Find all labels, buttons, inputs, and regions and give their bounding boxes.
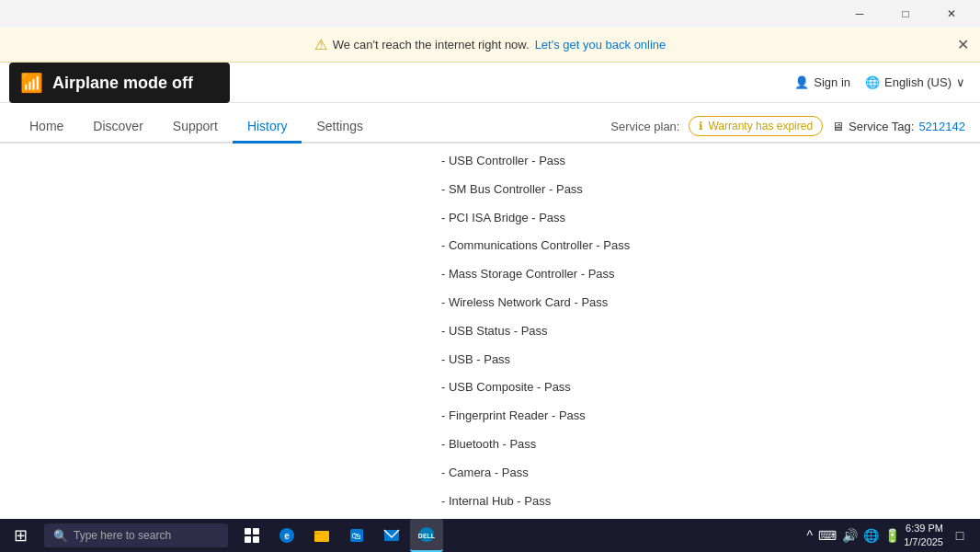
tray-expand-icon[interactable]: ^ <box>807 528 814 543</box>
language-label: English (US) <box>884 75 952 89</box>
nav-bar: Home Discover Support History Settings S… <box>0 103 980 144</box>
list-item: - USB Status - Pass <box>0 317 980 346</box>
start-button[interactable]: ⊞ <box>0 519 40 552</box>
list-item: - Communications Controller - Pass <box>0 232 980 260</box>
airplane-toast: 📶 Airplane mode off <box>9 63 230 103</box>
speaker-icon[interactable]: 🔊 <box>842 528 858 543</box>
warranty-text: Warranty has expired <box>708 120 813 132</box>
close-button[interactable]: ✕ <box>930 0 973 28</box>
list-item: - Fingerprint Reader - Pass <box>0 402 980 431</box>
main-content: - USB Controller - Pass- SM Bus Controll… <box>0 144 980 519</box>
header-actions: 👤 Sign in 🌐 English (US) ∨ <box>794 75 965 89</box>
list-item: - Wireless Network Card - Pass <box>0 289 980 317</box>
notification-bar: ⚠ We can't reach the internet right now.… <box>0 28 980 63</box>
notification-close-button[interactable]: ✕ <box>957 38 969 52</box>
edge-icon[interactable]: e <box>270 519 303 552</box>
nav-home[interactable]: Home <box>15 111 78 144</box>
list-area[interactable]: - USB Controller - Pass- SM Bus Controll… <box>0 144 980 519</box>
taskbar-right: ^ ⌨ 🔊 🌐 🔋 6:39 PM 1/7/2025 □ <box>807 519 980 552</box>
store-icon[interactable]: 🛍 <box>340 519 373 552</box>
list-item: - Internal Hub - Pass <box>0 488 980 516</box>
system-tray-icons[interactable]: ^ ⌨ 🔊 🌐 🔋 <box>807 528 901 543</box>
dell-supportassist-taskbar-icon[interactable]: DELL <box>410 519 443 552</box>
language-button[interactable]: 🌐 English (US) ∨ <box>865 75 965 89</box>
taskbar-icons: e 🛍 DELL <box>232 519 443 552</box>
chevron-down-icon: ∨ <box>956 75 965 89</box>
minimize-button[interactable]: ─ <box>838 0 881 28</box>
file-explorer-icon[interactable] <box>305 519 338 552</box>
list-item: - Camera - Pass <box>0 459 980 488</box>
service-tag-label: Service Tag: <box>849 120 914 133</box>
service-tag: 🖥 Service Tag: 5212142 <box>832 120 965 133</box>
nav-right: Service plan: ℹ Warranty has expired 🖥 S… <box>610 116 965 142</box>
taskbar-time: 6:39 PM 1/7/2025 <box>904 522 943 550</box>
svg-text:DELL: DELL <box>418 533 435 539</box>
list-item: - PCI ISA Bridge - Pass <box>0 204 980 233</box>
svg-rect-3 <box>253 528 259 535</box>
signal-icon: 📶 <box>20 72 43 94</box>
svg-rect-9 <box>314 533 321 535</box>
warning-icon: ⚠ <box>314 36 327 53</box>
globe-icon: 🌐 <box>865 75 880 89</box>
warranty-badge[interactable]: ℹ Warranty has expired <box>689 116 823 136</box>
list-item: - USB - Pass <box>0 346 980 374</box>
taskbar-search[interactable]: 🔍 Type here to search <box>44 523 228 547</box>
sign-in-label: Sign in <box>814 75 850 89</box>
service-plan-label: Service plan: <box>610 120 679 133</box>
notification-message-prefix: We can't reach the internet right now. <box>333 38 530 52</box>
notification-link[interactable]: Let's get you back online <box>535 38 667 52</box>
svg-rect-8 <box>314 531 329 542</box>
battery-icon[interactable]: 🔋 <box>884 528 900 543</box>
taskbar: ⊞ 🔍 Type here to search e 🛍 DELL <box>0 519 980 552</box>
svg-rect-2 <box>245 528 251 535</box>
nav-discover[interactable]: Discover <box>78 111 157 144</box>
list-item: - USB Controller - Pass <box>0 147 980 176</box>
warranty-info-icon: ℹ <box>699 120 703 132</box>
network-icon[interactable]: 🌐 <box>863 528 879 543</box>
list-item: - Mass Storage Controller - Pass <box>0 260 980 289</box>
notification-center-button[interactable]: □ <box>947 519 973 552</box>
search-icon: 🔍 <box>53 529 68 543</box>
svg-rect-4 <box>245 536 251 543</box>
svg-text:e: e <box>284 531 290 541</box>
sign-in-icon: 👤 <box>794 75 809 89</box>
task-view-button[interactable] <box>235 519 268 552</box>
nav-history[interactable]: History <box>233 111 302 144</box>
svg-rect-5 <box>253 536 259 543</box>
date-display: 1/7/2025 <box>904 535 943 549</box>
airplane-toast-text: Airplane mode off <box>52 74 193 93</box>
service-tag-value: 5212142 <box>918 120 965 133</box>
svg-text:🛍: 🛍 <box>352 531 361 541</box>
time-display: 6:39 PM <box>904 522 943 535</box>
nav-support[interactable]: Support <box>158 111 233 144</box>
keyboard-icon[interactable]: ⌨ <box>818 528 837 543</box>
list-item: - USB Composite - Pass <box>0 374 980 402</box>
mail-icon[interactable] <box>375 519 408 552</box>
sign-in-button[interactable]: 👤 Sign in <box>794 75 850 89</box>
title-bar: ─ □ ✕ <box>0 0 980 28</box>
list-item: - SM Bus Controller - Pass <box>0 176 980 204</box>
service-tag-icon: 🖥 <box>832 120 844 133</box>
search-placeholder: Type here to search <box>74 529 171 542</box>
maximize-button[interactable]: □ <box>884 0 927 28</box>
nav-settings[interactable]: Settings <box>302 111 378 144</box>
list-item: - Bluetooth - Pass <box>0 431 980 459</box>
